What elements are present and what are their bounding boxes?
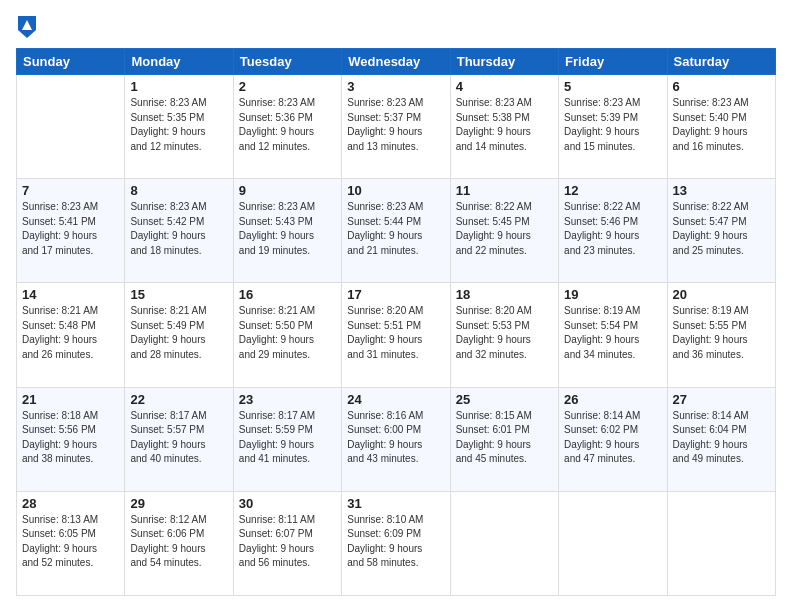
day-number: 24 [347,392,444,407]
logo [16,16,36,38]
day-cell: 18Sunrise: 8:20 AM Sunset: 5:53 PM Dayli… [450,283,558,387]
day-cell: 23Sunrise: 8:17 AM Sunset: 5:59 PM Dayli… [233,387,341,491]
day-info: Sunrise: 8:23 AM Sunset: 5:38 PM Dayligh… [456,96,553,154]
day-info: Sunrise: 8:21 AM Sunset: 5:49 PM Dayligh… [130,304,227,362]
day-cell: 30Sunrise: 8:11 AM Sunset: 6:07 PM Dayli… [233,491,341,595]
day-number: 18 [456,287,553,302]
day-info: Sunrise: 8:23 AM Sunset: 5:35 PM Dayligh… [130,96,227,154]
day-cell: 19Sunrise: 8:19 AM Sunset: 5:54 PM Dayli… [559,283,667,387]
week-row-0: 1Sunrise: 8:23 AM Sunset: 5:35 PM Daylig… [17,75,776,179]
day-number: 21 [22,392,119,407]
weekday-header-friday: Friday [559,49,667,75]
day-cell: 31Sunrise: 8:10 AM Sunset: 6:09 PM Dayli… [342,491,450,595]
week-row-4: 28Sunrise: 8:13 AM Sunset: 6:05 PM Dayli… [17,491,776,595]
day-info: Sunrise: 8:19 AM Sunset: 5:54 PM Dayligh… [564,304,661,362]
day-number: 20 [673,287,770,302]
day-number: 14 [22,287,119,302]
day-info: Sunrise: 8:23 AM Sunset: 5:44 PM Dayligh… [347,200,444,258]
day-info: Sunrise: 8:20 AM Sunset: 5:51 PM Dayligh… [347,304,444,362]
day-info: Sunrise: 8:17 AM Sunset: 5:59 PM Dayligh… [239,409,336,467]
day-info: Sunrise: 8:21 AM Sunset: 5:50 PM Dayligh… [239,304,336,362]
day-info: Sunrise: 8:17 AM Sunset: 5:57 PM Dayligh… [130,409,227,467]
logo-icon [18,16,36,38]
day-info: Sunrise: 8:23 AM Sunset: 5:39 PM Dayligh… [564,96,661,154]
calendar-table: SundayMondayTuesdayWednesdayThursdayFrid… [16,48,776,596]
day-info: Sunrise: 8:23 AM Sunset: 5:43 PM Dayligh… [239,200,336,258]
day-number: 3 [347,79,444,94]
day-cell [17,75,125,179]
day-info: Sunrise: 8:20 AM Sunset: 5:53 PM Dayligh… [456,304,553,362]
day-number: 4 [456,79,553,94]
day-cell: 17Sunrise: 8:20 AM Sunset: 5:51 PM Dayli… [342,283,450,387]
day-info: Sunrise: 8:23 AM Sunset: 5:36 PM Dayligh… [239,96,336,154]
day-number: 12 [564,183,661,198]
day-cell: 2Sunrise: 8:23 AM Sunset: 5:36 PM Daylig… [233,75,341,179]
day-cell [667,491,775,595]
day-cell: 6Sunrise: 8:23 AM Sunset: 5:40 PM Daylig… [667,75,775,179]
day-info: Sunrise: 8:23 AM Sunset: 5:41 PM Dayligh… [22,200,119,258]
day-info: Sunrise: 8:22 AM Sunset: 5:47 PM Dayligh… [673,200,770,258]
day-cell [450,491,558,595]
day-info: Sunrise: 8:14 AM Sunset: 6:02 PM Dayligh… [564,409,661,467]
day-info: Sunrise: 8:22 AM Sunset: 5:46 PM Dayligh… [564,200,661,258]
day-number: 8 [130,183,227,198]
day-info: Sunrise: 8:12 AM Sunset: 6:06 PM Dayligh… [130,513,227,571]
day-number: 25 [456,392,553,407]
day-cell: 5Sunrise: 8:23 AM Sunset: 5:39 PM Daylig… [559,75,667,179]
day-cell [559,491,667,595]
day-number: 22 [130,392,227,407]
day-info: Sunrise: 8:13 AM Sunset: 6:05 PM Dayligh… [22,513,119,571]
weekday-header-sunday: Sunday [17,49,125,75]
day-cell: 1Sunrise: 8:23 AM Sunset: 5:35 PM Daylig… [125,75,233,179]
day-cell: 4Sunrise: 8:23 AM Sunset: 5:38 PM Daylig… [450,75,558,179]
day-cell: 7Sunrise: 8:23 AM Sunset: 5:41 PM Daylig… [17,179,125,283]
header [16,16,776,38]
weekday-header-row: SundayMondayTuesdayWednesdayThursdayFrid… [17,49,776,75]
weekday-header-saturday: Saturday [667,49,775,75]
day-info: Sunrise: 8:15 AM Sunset: 6:01 PM Dayligh… [456,409,553,467]
day-info: Sunrise: 8:22 AM Sunset: 5:45 PM Dayligh… [456,200,553,258]
day-cell: 15Sunrise: 8:21 AM Sunset: 5:49 PM Dayli… [125,283,233,387]
day-cell: 13Sunrise: 8:22 AM Sunset: 5:47 PM Dayli… [667,179,775,283]
day-number: 26 [564,392,661,407]
day-cell: 16Sunrise: 8:21 AM Sunset: 5:50 PM Dayli… [233,283,341,387]
day-cell: 3Sunrise: 8:23 AM Sunset: 5:37 PM Daylig… [342,75,450,179]
weekday-header-tuesday: Tuesday [233,49,341,75]
day-number: 5 [564,79,661,94]
day-info: Sunrise: 8:11 AM Sunset: 6:07 PM Dayligh… [239,513,336,571]
day-number: 31 [347,496,444,511]
day-cell: 9Sunrise: 8:23 AM Sunset: 5:43 PM Daylig… [233,179,341,283]
day-number: 30 [239,496,336,511]
weekday-header-wednesday: Wednesday [342,49,450,75]
day-cell: 12Sunrise: 8:22 AM Sunset: 5:46 PM Dayli… [559,179,667,283]
day-cell: 24Sunrise: 8:16 AM Sunset: 6:00 PM Dayli… [342,387,450,491]
day-info: Sunrise: 8:18 AM Sunset: 5:56 PM Dayligh… [22,409,119,467]
day-number: 7 [22,183,119,198]
day-info: Sunrise: 8:23 AM Sunset: 5:42 PM Dayligh… [130,200,227,258]
day-number: 6 [673,79,770,94]
week-row-2: 14Sunrise: 8:21 AM Sunset: 5:48 PM Dayli… [17,283,776,387]
page: SundayMondayTuesdayWednesdayThursdayFrid… [0,0,792,612]
day-info: Sunrise: 8:19 AM Sunset: 5:55 PM Dayligh… [673,304,770,362]
day-cell: 22Sunrise: 8:17 AM Sunset: 5:57 PM Dayli… [125,387,233,491]
day-cell: 25Sunrise: 8:15 AM Sunset: 6:01 PM Dayli… [450,387,558,491]
day-number: 2 [239,79,336,94]
week-row-1: 7Sunrise: 8:23 AM Sunset: 5:41 PM Daylig… [17,179,776,283]
weekday-header-thursday: Thursday [450,49,558,75]
day-number: 29 [130,496,227,511]
day-number: 9 [239,183,336,198]
day-number: 13 [673,183,770,198]
day-cell: 28Sunrise: 8:13 AM Sunset: 6:05 PM Dayli… [17,491,125,595]
day-number: 16 [239,287,336,302]
weekday-header-monday: Monday [125,49,233,75]
day-number: 27 [673,392,770,407]
day-number: 19 [564,287,661,302]
day-cell: 26Sunrise: 8:14 AM Sunset: 6:02 PM Dayli… [559,387,667,491]
day-number: 23 [239,392,336,407]
day-info: Sunrise: 8:16 AM Sunset: 6:00 PM Dayligh… [347,409,444,467]
day-cell: 29Sunrise: 8:12 AM Sunset: 6:06 PM Dayli… [125,491,233,595]
day-cell: 8Sunrise: 8:23 AM Sunset: 5:42 PM Daylig… [125,179,233,283]
day-number: 17 [347,287,444,302]
day-number: 11 [456,183,553,198]
week-row-3: 21Sunrise: 8:18 AM Sunset: 5:56 PM Dayli… [17,387,776,491]
